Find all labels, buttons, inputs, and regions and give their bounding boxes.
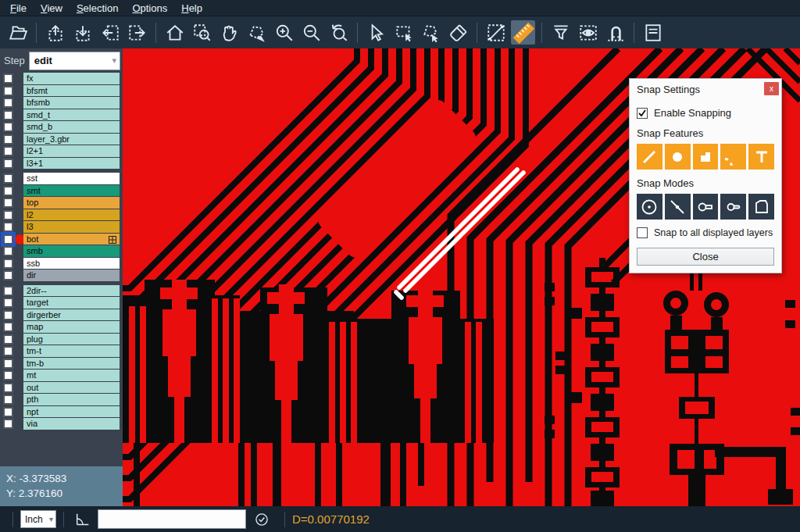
layer-row-top[interactable]: top [0,197,123,209]
layer-checkbox[interactable] [3,346,13,356]
layer-row-bfsmb[interactable]: bfsmb [0,97,123,109]
home-button[interactable] [162,20,187,45]
menu-selection[interactable]: Selection [70,2,125,15]
pan-button[interactable] [217,20,241,45]
enable-snapping-checkbox[interactable] [637,108,648,119]
layer-name[interactable]: layer_3.gbr [23,134,120,146]
zoom-window-button[interactable] [190,20,214,45]
snap-mode-center-button[interactable] [637,194,662,220]
layer-checkbox[interactable] [3,146,13,156]
layer-checkbox[interactable] [3,110,13,120]
layer-row-dir[interactable]: dir [0,270,123,282]
layer-row-fx[interactable]: fx [0,73,123,85]
layer-checkbox[interactable] [3,122,13,132]
grid-icon[interactable] [109,236,116,244]
dialog-close-button[interactable]: x [764,82,779,95]
layer-name[interactable]: bfsmb [23,97,120,109]
menu-file[interactable]: File [3,2,34,15]
step-select[interactable]: edit ▾ [29,52,120,70]
report-button[interactable] [641,20,665,45]
layer-row-smt[interactable]: smt [0,185,123,198]
layer-row-sst[interactable]: sst [0,173,123,185]
layer-name[interactable]: via [23,418,120,430]
layer-row-tm-t[interactable]: tm-t [0,345,123,358]
snap-feature-shape-pad-button[interactable] [693,144,719,170]
layer-name[interactable]: target [23,297,120,309]
layer-checkbox[interactable] [3,259,13,269]
layer-checkbox[interactable] [3,322,13,332]
layer-checkbox[interactable] [3,298,13,308]
layer-name[interactable]: l3+1 [23,158,120,170]
layer-name[interactable]: mt [23,370,120,382]
layer-checkbox[interactable] [3,186,13,196]
snap-mode-point-on-line-button[interactable] [665,194,691,220]
import-right-button[interactable] [125,20,149,45]
zoom-previous-button[interactable] [327,20,351,45]
layer-name[interactable]: bot [23,234,120,246]
layer-checkbox[interactable] [3,173,13,184]
layer-row-map[interactable]: map [0,321,123,334]
menu-options[interactable]: Options [125,2,174,15]
layer-row-smd_b[interactable]: smd_b [0,121,123,134]
layer-checkbox[interactable] [3,310,13,320]
layer-row-smb[interactable]: smb [0,245,123,258]
layer-checkbox[interactable] [3,198,13,208]
layer-name[interactable]: l2 [23,209,120,222]
layer-name[interactable]: l3 [23,221,120,234]
layer-name[interactable]: top [23,197,120,209]
layer-checkbox[interactable] [3,286,13,296]
layer-row-target[interactable]: target [0,297,123,309]
layer-row-l2+1[interactable]: l2+1 [0,145,123,158]
measure-line-button[interactable] [484,20,508,45]
snap-mode-outline-button[interactable] [748,194,774,220]
layer-row-layer_3.gbr[interactable]: layer_3.gbr [0,134,123,146]
snap-mode-obround-end-button[interactable] [693,194,719,220]
layer-checkbox[interactable] [3,222,13,232]
layer-name[interactable]: tm-t [23,345,120,358]
layer-name[interactable]: ssb [23,258,120,270]
layer-checkbox[interactable] [3,246,13,256]
layer-row-2dir--[interactable]: 2dir-- [0,285,123,298]
layer-row-plug[interactable]: plug [0,334,123,346]
layer-row-out[interactable]: out [0,382,123,395]
layer-row-l2[interactable]: l2 [0,209,123,222]
unit-select[interactable]: Inch ▾ [20,510,56,528]
layer-checkbox[interactable] [3,159,13,169]
layer-checkbox[interactable] [3,419,13,429]
layer-checkbox[interactable] [3,395,13,405]
layer-row-via[interactable]: via [0,418,123,430]
layer-name[interactable]: l2+1 [23,145,120,158]
layer-name[interactable]: map [23,321,120,334]
layer-name[interactable]: smd_t [23,109,120,122]
menu-view[interactable]: View [34,2,70,15]
layer-name[interactable]: out [23,382,120,395]
layer-row-l3[interactable]: l3 [0,221,123,234]
snap-all-checkbox[interactable] [637,227,648,238]
refresh-check-icon[interactable] [254,512,270,527]
import-left-button[interactable] [98,20,122,45]
layer-name[interactable]: dir [23,270,120,282]
layer-name[interactable]: smt [23,185,120,198]
layer-row-l3+1[interactable]: l3+1 [0,158,123,170]
snap-feature-round-pad-button[interactable] [665,144,691,170]
layer-row-npt[interactable]: npt [0,406,123,419]
layer-row-smd_t[interactable]: smd_t [0,109,123,122]
import-down-button[interactable] [70,20,95,45]
layer-row-tm-b[interactable]: tm-b [0,358,123,370]
open-button[interactable] [5,20,30,45]
layer-name[interactable]: fx [23,73,120,85]
layer-name[interactable]: 2dir-- [23,285,120,298]
measure-input[interactable] [98,509,246,529]
snap-button[interactable] [603,20,627,45]
layer-name[interactable]: smb [23,245,120,258]
angle-icon[interactable] [74,511,91,528]
layer-row-mt[interactable]: mt [0,370,123,382]
zoom-in-button[interactable] [272,20,296,45]
import-up-button[interactable] [43,20,67,45]
dialog-titlebar[interactable]: Snap Settings x [630,79,781,100]
layer-checkbox[interactable] [3,370,13,380]
filter-button[interactable] [548,20,573,45]
layer-name[interactable]: dirgerber [23,309,120,322]
layer-checkbox[interactable] [3,383,13,393]
menu-help[interactable]: Help [174,2,209,15]
